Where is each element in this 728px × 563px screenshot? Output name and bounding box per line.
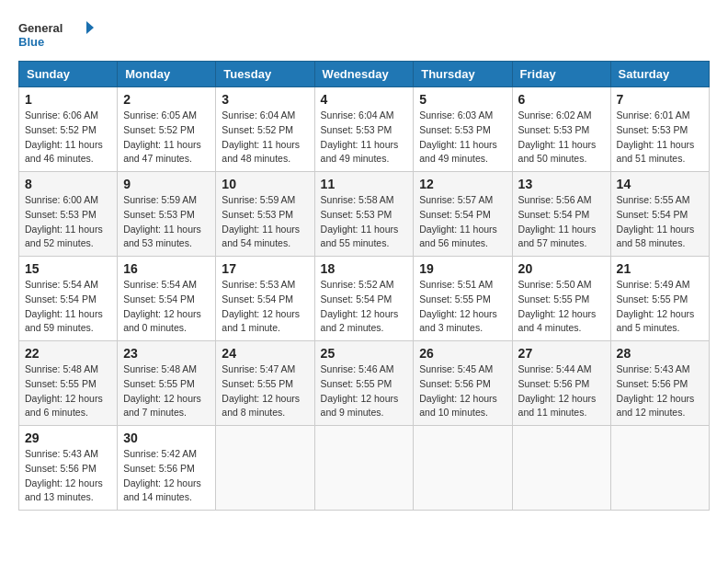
day-info: Sunrise: 5:59 AMSunset: 5:53 PMDaylight:… <box>123 194 201 248</box>
day-number: 5 <box>419 92 506 107</box>
day-info: Sunrise: 5:59 AMSunset: 5:53 PMDaylight:… <box>222 194 300 248</box>
calendar-cell: 22 Sunrise: 5:48 AMSunset: 5:55 PMDaylig… <box>19 341 118 426</box>
day-number: 9 <box>123 177 210 191</box>
calendar-cell <box>610 426 709 511</box>
day-info: Sunrise: 6:04 AMSunset: 5:52 PMDaylight:… <box>222 109 300 164</box>
calendar-cell: 8 Sunrise: 6:00 AMSunset: 5:53 PMDayligh… <box>19 172 118 257</box>
weekday-header-cell: Tuesday <box>216 62 314 87</box>
svg-marker-2 <box>86 21 94 34</box>
day-info: Sunrise: 5:48 AMSunset: 5:55 PMDaylight:… <box>123 363 201 418</box>
day-number: 13 <box>518 177 605 191</box>
calendar-cell: 25 Sunrise: 5:46 AMSunset: 5:55 PMDaylig… <box>314 341 414 426</box>
weekday-header-cell: Sunday <box>19 62 118 87</box>
day-info: Sunrise: 5:46 AMSunset: 5:55 PMDaylight:… <box>321 363 399 418</box>
day-info: Sunrise: 5:51 AMSunset: 5:55 PMDaylight:… <box>419 279 497 333</box>
day-number: 16 <box>123 261 210 276</box>
calendar-cell: 28 Sunrise: 5:43 AMSunset: 5:56 PMDaylig… <box>610 341 709 426</box>
day-number: 12 <box>419 177 506 191</box>
calendar-cell: 16 Sunrise: 5:54 AMSunset: 5:54 PMDaylig… <box>118 257 216 341</box>
calendar-row: 1 Sunrise: 6:06 AMSunset: 5:52 PMDayligh… <box>19 87 710 172</box>
weekday-header-cell: Wednesday <box>314 62 414 87</box>
calendar-cell: 27 Sunrise: 5:44 AMSunset: 5:56 PMDaylig… <box>512 341 610 426</box>
day-info: Sunrise: 5:45 AMSunset: 5:56 PMDaylight:… <box>419 363 497 418</box>
day-info: Sunrise: 6:01 AMSunset: 5:53 PMDaylight:… <box>617 109 695 164</box>
day-number: 3 <box>222 92 308 107</box>
day-info: Sunrise: 5:52 AMSunset: 5:54 PMDaylight:… <box>321 279 399 333</box>
day-number: 10 <box>222 177 308 191</box>
calendar-cell: 29 Sunrise: 5:43 AMSunset: 5:56 PMDaylig… <box>19 426 118 511</box>
day-info: Sunrise: 6:05 AMSunset: 5:52 PMDaylight:… <box>123 109 201 164</box>
calendar-cell: 17 Sunrise: 5:53 AMSunset: 5:54 PMDaylig… <box>216 257 314 341</box>
day-number: 6 <box>518 92 605 107</box>
calendar-cell <box>512 426 610 511</box>
calendar-cell: 15 Sunrise: 5:54 AMSunset: 5:54 PMDaylig… <box>19 257 118 341</box>
day-info: Sunrise: 5:54 AMSunset: 5:54 PMDaylight:… <box>123 279 201 333</box>
day-info: Sunrise: 5:50 AMSunset: 5:55 PMDaylight:… <box>518 279 597 333</box>
logo: General Blue <box>18 18 101 52</box>
day-info: Sunrise: 5:54 AMSunset: 5:54 PMDaylight:… <box>25 279 103 333</box>
day-info: Sunrise: 6:03 AMSunset: 5:53 PMDaylight:… <box>419 109 497 164</box>
weekday-header-cell: Friday <box>512 62 610 87</box>
day-info: Sunrise: 5:43 AMSunset: 5:56 PMDaylight:… <box>25 448 103 502</box>
calendar-cell: 13 Sunrise: 5:56 AMSunset: 5:54 PMDaylig… <box>512 172 610 257</box>
calendar-cell: 11 Sunrise: 5:58 AMSunset: 5:53 PMDaylig… <box>314 172 414 257</box>
day-info: Sunrise: 5:57 AMSunset: 5:54 PMDaylight:… <box>419 194 497 248</box>
calendar-cell: 7 Sunrise: 6:01 AMSunset: 5:53 PMDayligh… <box>610 87 709 172</box>
day-number: 17 <box>222 261 308 276</box>
day-number: 1 <box>25 92 111 107</box>
calendar-cell: 19 Sunrise: 5:51 AMSunset: 5:55 PMDaylig… <box>414 257 512 341</box>
calendar-cell: 21 Sunrise: 5:49 AMSunset: 5:55 PMDaylig… <box>610 257 709 341</box>
day-number: 27 <box>518 346 605 361</box>
day-number: 7 <box>617 92 703 107</box>
day-number: 23 <box>123 346 210 361</box>
weekday-header-cell: Saturday <box>610 62 709 87</box>
day-number: 26 <box>419 346 506 361</box>
calendar-cell: 30 Sunrise: 5:42 AMSunset: 5:56 PMDaylig… <box>118 426 216 511</box>
day-number: 25 <box>321 346 408 361</box>
day-number: 11 <box>321 177 408 191</box>
calendar-cell: 5 Sunrise: 6:03 AMSunset: 5:53 PMDayligh… <box>414 87 512 172</box>
calendar-row: 29 Sunrise: 5:43 AMSunset: 5:56 PMDaylig… <box>19 426 710 511</box>
day-number: 8 <box>25 177 111 191</box>
day-number: 22 <box>25 346 111 361</box>
calendar-table: SundayMondayTuesdayWednesdayThursdayFrid… <box>18 61 710 511</box>
calendar-cell: 3 Sunrise: 6:04 AMSunset: 5:52 PMDayligh… <box>216 87 314 172</box>
calendar-cell: 14 Sunrise: 5:55 AMSunset: 5:54 PMDaylig… <box>610 172 709 257</box>
calendar-cell <box>314 426 414 511</box>
calendar-cell: 9 Sunrise: 5:59 AMSunset: 5:53 PMDayligh… <box>118 172 216 257</box>
day-number: 14 <box>617 177 703 191</box>
svg-text:General: General <box>18 21 63 35</box>
weekday-header-cell: Monday <box>118 62 216 87</box>
day-info: Sunrise: 5:43 AMSunset: 5:56 PMDaylight:… <box>617 363 695 418</box>
weekday-header-cell: Thursday <box>414 62 512 87</box>
day-number: 29 <box>25 431 111 445</box>
day-info: Sunrise: 5:42 AMSunset: 5:56 PMDaylight:… <box>123 448 201 502</box>
day-info: Sunrise: 5:58 AMSunset: 5:53 PMDaylight:… <box>321 194 399 248</box>
calendar-cell: 12 Sunrise: 5:57 AMSunset: 5:54 PMDaylig… <box>414 172 512 257</box>
calendar-cell <box>216 426 314 511</box>
calendar-cell: 23 Sunrise: 5:48 AMSunset: 5:55 PMDaylig… <box>118 341 216 426</box>
calendar-body: 1 Sunrise: 6:06 AMSunset: 5:52 PMDayligh… <box>19 87 710 511</box>
calendar-cell: 18 Sunrise: 5:52 AMSunset: 5:54 PMDaylig… <box>314 257 414 341</box>
page-header: General Blue <box>18 18 710 52</box>
svg-text:Blue: Blue <box>18 35 44 49</box>
calendar-cell: 2 Sunrise: 6:05 AMSunset: 5:52 PMDayligh… <box>118 87 216 172</box>
day-number: 15 <box>25 261 111 276</box>
calendar-cell: 10 Sunrise: 5:59 AMSunset: 5:53 PMDaylig… <box>216 172 314 257</box>
calendar-row: 15 Sunrise: 5:54 AMSunset: 5:54 PMDaylig… <box>19 257 710 341</box>
calendar-cell: 20 Sunrise: 5:50 AMSunset: 5:55 PMDaylig… <box>512 257 610 341</box>
calendar-cell: 6 Sunrise: 6:02 AMSunset: 5:53 PMDayligh… <box>512 87 610 172</box>
day-number: 20 <box>518 261 605 276</box>
weekday-header-row: SundayMondayTuesdayWednesdayThursdayFrid… <box>19 62 710 87</box>
day-number: 18 <box>321 261 408 276</box>
day-info: Sunrise: 5:44 AMSunset: 5:56 PMDaylight:… <box>518 363 597 418</box>
day-info: Sunrise: 6:02 AMSunset: 5:53 PMDaylight:… <box>518 109 597 164</box>
day-info: Sunrise: 6:06 AMSunset: 5:52 PMDaylight:… <box>25 109 103 164</box>
logo-svg: General Blue <box>18 18 101 52</box>
day-number: 28 <box>617 346 703 361</box>
calendar-cell: 24 Sunrise: 5:47 AMSunset: 5:55 PMDaylig… <box>216 341 314 426</box>
day-info: Sunrise: 5:55 AMSunset: 5:54 PMDaylight:… <box>617 194 695 248</box>
calendar-cell <box>414 426 512 511</box>
calendar-row: 22 Sunrise: 5:48 AMSunset: 5:55 PMDaylig… <box>19 341 710 426</box>
calendar-cell: 1 Sunrise: 6:06 AMSunset: 5:52 PMDayligh… <box>19 87 118 172</box>
